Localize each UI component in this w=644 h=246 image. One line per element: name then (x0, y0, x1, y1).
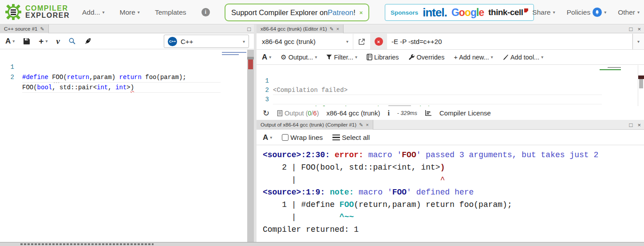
chevron-down-icon: ▾ (346, 39, 348, 44)
notification-bell-icon[interactable] (593, 8, 602, 17)
output-pane-header: Output of x86-64 gcc (trunk) (Compiler #… (257, 120, 644, 130)
chevron-down-icon: ▾ (103, 10, 105, 15)
nav-policies-menu[interactable]: Policies ▾ (567, 8, 606, 17)
quick-bench-button[interactable] (84, 37, 92, 45)
chevron-down-icon: ▾ (45, 39, 47, 44)
editor-scrollbar[interactable] (247, 50, 254, 242)
error-marker (248, 60, 253, 69)
chevron-down-icon: ▾ (604, 10, 606, 15)
editor-minimap[interactable] (600, 67, 621, 70)
asm-line[interactable]: 2 (257, 76, 644, 86)
status-compiler-name: x86-64 gcc (trunk) (327, 109, 380, 117)
output-options-button[interactable]: ⚙ Output...▾ (281, 53, 317, 61)
editor-minimap[interactable] (222, 52, 246, 56)
compiler-explorer-logo[interactable]: COMPILER EXPLORER (4, 3, 70, 21)
compile-error-status-icon[interactable]: × (375, 37, 383, 46)
close-pane-icon[interactable]: × (637, 26, 641, 32)
magnifier-icon (68, 37, 76, 45)
compiler-output-editor[interactable]: 1 <Compilation failed> 2 3 # For more in… (257, 65, 644, 106)
info-icon[interactable]: i (201, 8, 210, 16)
wrap-lines-toggle[interactable]: Wrap lines (282, 134, 323, 142)
add-new-button[interactable]: + Add new...▾ (454, 54, 493, 61)
patreon-link[interactable]: Patreon (328, 8, 353, 17)
rename-pencil-icon[interactable]: ✎ (330, 26, 334, 32)
chevron-down-icon: ▾ (491, 55, 493, 60)
checkbox-icon[interactable] (282, 134, 288, 141)
code-line[interactable]: 1 #define FOO(return,param) return foo(p… (0, 52, 254, 62)
thinkcell-logo[interactable]: think-cell (488, 8, 528, 17)
nav-share-menu[interactable]: Share▾ (532, 8, 555, 16)
compiler-stderr-output: <source>:2:30: error: macro 'FOO' passed… (257, 145, 644, 242)
source-pane-tab[interactable]: C++ source #1 ✎ (0, 24, 49, 33)
maximize-icon[interactable]: □ (629, 26, 633, 32)
maximize-icon[interactable]: □ (247, 26, 251, 32)
timing-chart-icon[interactable] (425, 110, 432, 116)
intel-logo[interactable]: intel. (423, 6, 447, 20)
patreon-banner: Support Compiler Explorer on Patreon ! × (225, 4, 369, 21)
select-all-button[interactable]: Select all (332, 134, 370, 142)
font-size-button[interactable]: A▾ (262, 53, 271, 62)
nav-other-menu[interactable]: Other▾ (618, 8, 640, 16)
book-icon (367, 54, 372, 60)
options-dropdown-button[interactable]: ▾ (632, 34, 644, 49)
output-line: 1 | #define FOO(return,param) return foo… (263, 198, 644, 211)
rename-pencil-icon[interactable]: ✎ (40, 26, 44, 32)
open-compiler-site-button[interactable] (353, 34, 370, 49)
nav-more-menu[interactable]: More▾ (120, 8, 140, 16)
output-line: 2 | FOO(bool, std::pair<int, int>) (263, 161, 644, 174)
output-line: | ^~~ (263, 211, 644, 223)
add-tool-button[interactable]: Add tool...▾ (502, 54, 543, 61)
overrides-button[interactable]: Overrides (408, 54, 445, 61)
source-toolbar: A▾ +▾ v (0, 33, 254, 49)
close-pane-icon[interactable]: × (637, 122, 641, 128)
filter-button[interactable]: Filter...▾ (326, 54, 357, 61)
compiler-license-link[interactable]: Compiler License (439, 109, 491, 117)
language-selector[interactable]: C++ C++ ▾ (164, 35, 249, 48)
compile-time: - 329ms (397, 110, 417, 116)
chevron-down-icon: ▾ (355, 55, 357, 60)
close-tab-icon[interactable]: × (366, 122, 368, 127)
editor-scrollbar[interactable] (638, 65, 644, 106)
output-toggle-button[interactable]: Output (0/6) (277, 110, 319, 117)
chevron-down-icon: ▾ (243, 39, 245, 44)
rename-pencil-icon[interactable]: ✎ (359, 122, 363, 128)
banner-suffix: ! (353, 8, 356, 17)
save-button[interactable] (23, 38, 30, 45)
source-pane-header: C++ source #1 ✎ □ (0, 24, 254, 33)
chevron-down-icon: ▾ (269, 55, 271, 60)
font-size-button[interactable]: A▾ (5, 37, 15, 46)
compiler-options-input[interactable] (387, 34, 632, 49)
add-pane-button[interactable]: +▾ (39, 36, 47, 46)
select-all-icon (332, 135, 340, 140)
compiler-selector[interactable]: x86-64 gcc (trunk) ▾ (257, 34, 353, 49)
gear-icon: ⚙ (281, 53, 286, 61)
code-line[interactable]: 2 FOO(bool, std::pair<int, int>) (0, 62, 254, 72)
google-logo[interactable]: Google (451, 7, 484, 19)
code-editor[interactable]: 1 #define FOO(return,param) return foo(p… (0, 50, 254, 242)
nav-add-menu[interactable]: Add...▾ (82, 8, 105, 16)
wrench-icon (408, 54, 415, 60)
external-link-icon (358, 38, 365, 45)
error-marker (638, 75, 644, 79)
font-size-button[interactable]: A▾ (263, 133, 272, 142)
scrollbar-thumb[interactable] (639, 79, 643, 88)
cpp-insights-button[interactable] (68, 37, 76, 45)
source-editor-pane: C++ source #1 ✎ □ A▾ +▾ v (0, 24, 254, 242)
recompile-icon[interactable]: ↻ (263, 108, 269, 118)
source-tab-title: C++ source #1 (4, 26, 37, 32)
asm-line[interactable]: 3 # For more information see the output … (257, 86, 644, 95)
tool-pen-icon (502, 54, 509, 60)
chevron-down-icon: ▾ (270, 135, 272, 140)
banner-close-icon[interactable]: × (360, 9, 363, 16)
compiler-pane-tab[interactable]: x86-64 gcc (trunk) (Editor #1) ✎ × (257, 24, 344, 33)
vim-mode-button[interactable]: v (56, 36, 59, 46)
compiler-controls-row: x86-64 gcc (trunk) ▾ × ▾ (257, 34, 644, 50)
sponsors-box: Sponsors intel. Google think-cell (385, 4, 534, 21)
close-tab-icon[interactable]: × (336, 26, 339, 32)
libraries-button[interactable]: Libraries (367, 54, 399, 61)
compiler-info-icon[interactable]: i (387, 109, 389, 117)
nav-templates[interactable]: Templates (155, 8, 186, 16)
output-pane-tab[interactable]: Output of x86-64 gcc (trunk) (Compiler #… (257, 120, 373, 130)
asm-line[interactable]: 1 <Compilation failed> (257, 67, 644, 76)
maximize-icon[interactable]: □ (629, 122, 633, 128)
